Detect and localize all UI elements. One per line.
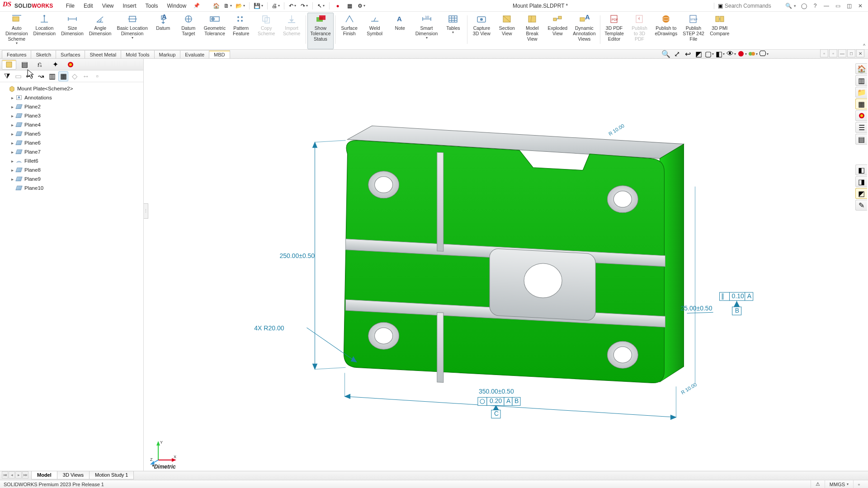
- fcf-width-d1[interactable]: A: [506, 397, 511, 404]
- edge-radius-1[interactable]: R 10.00: [608, 123, 625, 137]
- redo-button[interactable]: ↷: [299, 1, 310, 11]
- model-view[interactable]: 250.00±0.50 4X R20.00 350.00±0.50: [144, 59, 868, 471]
- tree-item[interactable]: ▸Plane4: [2, 120, 142, 129]
- ribbon-auto-dim[interactable]: Auto Dimension Scheme▾: [3, 13, 31, 49]
- ribbon-showtol[interactable]: Show Tolerance Status: [307, 13, 334, 49]
- ribbon-gtol[interactable]: Geometric Tolerance: [201, 13, 228, 49]
- ribbon-note[interactable]: ANote: [387, 13, 413, 49]
- menu-window[interactable]: Window: [163, 3, 191, 9]
- mdi-close-button[interactable]: ✕: [856, 49, 864, 57]
- tree-item[interactable]: ▸Annotations: [2, 93, 142, 102]
- view-tab-3d-views[interactable]: 3D Views: [57, 471, 90, 479]
- vtab-first-icon[interactable]: ⏮: [2, 471, 8, 479]
- ribbon-collapse-icon[interactable]: ^: [863, 43, 865, 48]
- cm-tab-mbd[interactable]: MBD: [209, 50, 230, 58]
- feature-tree[interactable]: ▸ Mount Plate<Scheme2> ▸Annotations▸Plan…: [0, 82, 143, 471]
- cm-tab-markup[interactable]: Markup: [154, 50, 181, 58]
- ribbon-sfin[interactable]: Surface Finish: [337, 13, 362, 49]
- zoom-fit-icon[interactable]: 🔍: [661, 49, 671, 59]
- cm-tab-sheet-metal[interactable]: Sheet Metal: [85, 50, 121, 58]
- ribbon-smartd[interactable]: 10Smart Dimension▾: [413, 13, 441, 49]
- new-doc-button[interactable]: 🗎: [222, 1, 233, 11]
- tp-home-icon[interactable]: 🏠: [855, 63, 867, 74]
- fm-tab-config[interactable]: ⎌: [33, 60, 47, 70]
- search-input[interactable]: [725, 3, 783, 9]
- dim-height[interactable]: 250.00±0.50: [279, 252, 315, 259]
- fcf-width-d2[interactable]: B: [514, 397, 519, 404]
- mdi-b-button[interactable]: ▫: [829, 49, 837, 57]
- ribbon-mbreak[interactable]: Model Break View: [519, 13, 545, 49]
- orientation-triad[interactable]: Y X Z: [150, 437, 177, 465]
- fmt-c-icon[interactable]: ⊶: [24, 71, 34, 81]
- save-button[interactable]: 💾: [252, 1, 264, 11]
- file-props-button[interactable]: ▦: [344, 1, 355, 11]
- ribbon-3dpdft[interactable]: PDF3D PDF Template Editor: [602, 13, 627, 49]
- dim-depth[interactable]: 25.00±0.50: [680, 305, 712, 312]
- tree-item[interactable]: ▸Plane3: [2, 111, 142, 120]
- tree-item[interactable]: ▸Plane10: [2, 183, 142, 192]
- mdi-min-button[interactable]: —: [838, 49, 846, 57]
- ribbon-tables[interactable]: Tables▾: [440, 13, 466, 49]
- vtab-prev-icon[interactable]: ◂: [9, 471, 15, 479]
- section-view-icon[interactable]: ◩: [693, 49, 703, 59]
- prev-view-icon[interactable]: ↩: [683, 49, 693, 59]
- open-doc-button[interactable]: 📂: [234, 1, 246, 11]
- mdi-max-button[interactable]: □: [847, 49, 855, 57]
- ribbon-cap3d[interactable]: Capture 3D View: [469, 13, 494, 49]
- ribbon-explode[interactable]: Exploded View: [545, 13, 570, 49]
- ribbon-secview[interactable]: Section View: [494, 13, 519, 49]
- vtab-next-icon[interactable]: ▸: [15, 471, 22, 479]
- home-button[interactable]: 🏠: [211, 1, 222, 11]
- fm-tab-display[interactable]: [63, 60, 78, 70]
- ribbon-size-dim[interactable]: Size Dimension: [58, 13, 86, 49]
- ribbon-pfeat[interactable]: Pattern Feature: [228, 13, 254, 49]
- view-settings-icon[interactable]: 🖵: [759, 49, 769, 59]
- scene-icon[interactable]: [748, 49, 758, 59]
- fmt-e-icon[interactable]: ▥: [47, 71, 57, 81]
- zoom-area-icon[interactable]: ⤢: [672, 49, 682, 59]
- tp-annotate-a-icon[interactable]: ◧: [855, 164, 867, 175]
- cm-tab-features[interactable]: Features: [2, 50, 31, 58]
- minimize-button[interactable]: —: [821, 1, 831, 11]
- login-icon[interactable]: ◯: [799, 1, 809, 11]
- tree-item[interactable]: ▸Plane6: [2, 138, 142, 147]
- fm-tab-tree[interactable]: [2, 60, 16, 70]
- tp-annotate-d-icon[interactable]: ✎: [855, 200, 867, 211]
- undo-button[interactable]: ↶: [287, 1, 298, 11]
- tree-item[interactable]: ▸Fillet6: [2, 156, 142, 165]
- menu-pin-icon[interactable]: 📌: [193, 3, 200, 9]
- status-extra-icon[interactable]: ▫: [853, 480, 864, 488]
- view-tab-model[interactable]: Model: [31, 471, 57, 479]
- tp-forum-icon[interactable]: ▤: [855, 134, 867, 145]
- menu-edit[interactable]: Edit: [79, 3, 98, 9]
- ribbon-loc-dim[interactable]: Location Dimension: [31, 13, 59, 49]
- close-button[interactable]: ✕: [855, 1, 865, 11]
- search-icon[interactable]: 🔍: [785, 3, 792, 9]
- tp-resources-icon[interactable]: ▥: [855, 75, 867, 86]
- print-button[interactable]: 🖨: [270, 1, 281, 11]
- ribbon-weld[interactable]: Weld Symbol: [362, 13, 387, 49]
- cm-tab-mold-tools[interactable]: Mold Tools: [121, 50, 154, 58]
- ribbon-dtarget[interactable]: Datum Target: [176, 13, 201, 49]
- ribbon-pubedr[interactable]: Publish to eDrawings: [652, 13, 680, 49]
- layout2-button[interactable]: ◫: [844, 1, 854, 11]
- menu-view[interactable]: View: [98, 3, 118, 9]
- help-icon[interactable]: ?: [810, 1, 820, 11]
- datum-c[interactable]: C: [494, 410, 499, 417]
- fcf-par-d[interactable]: A: [747, 292, 752, 300]
- cm-tab-sketch[interactable]: Sketch: [31, 50, 56, 58]
- tp-appearances-icon[interactable]: [855, 110, 867, 121]
- command-search[interactable]: ▣ 🔍 ▾: [714, 3, 796, 9]
- fm-tab-dimxpert[interactable]: ✦: [48, 60, 62, 70]
- fcf-par-tol[interactable]: 0.10: [732, 292, 744, 300]
- panel-splitter[interactable]: ⋮: [144, 203, 148, 219]
- cm-tab-surfaces[interactable]: Surfaces: [56, 50, 85, 58]
- fmt-f-icon[interactable]: ▦: [58, 71, 68, 81]
- status-units[interactable]: MMGS: [825, 480, 853, 488]
- fcf-width-tol[interactable]: 0.20: [490, 397, 502, 404]
- tp-custom-props-icon[interactable]: ☰: [855, 122, 867, 133]
- orient-view-icon[interactable]: ▢: [704, 49, 714, 59]
- menu-insert[interactable]: Insert: [118, 3, 141, 9]
- display-style-icon[interactable]: ◧: [715, 49, 725, 59]
- menu-file[interactable]: File: [61, 3, 79, 9]
